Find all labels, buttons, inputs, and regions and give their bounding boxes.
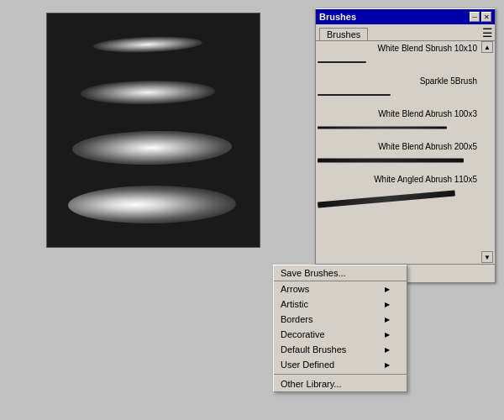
brush-preview-1 bbox=[318, 54, 480, 71]
menu-item-default-brushes[interactable]: Default Brushes ▶ bbox=[274, 342, 407, 357]
brush-preview-stroke-2 bbox=[81, 80, 215, 106]
panel-titlebar: Brushes ─ ✕ bbox=[316, 9, 495, 24]
brush-item-4[interactable]: White Blend Abrush 200x5 bbox=[318, 141, 480, 172]
close-button[interactable]: ✕ bbox=[481, 12, 491, 22]
menu-label-user-defined: User Defined bbox=[281, 360, 334, 370]
stroke-line-2 bbox=[318, 94, 391, 96]
brushes-panel: Brushes ─ ✕ Brushes ☰ ▲ White Blend Sbru… bbox=[315, 8, 496, 283]
brush-list[interactable]: White Blend Sbrush 10x10 Sparkle 5Brush … bbox=[316, 41, 495, 264]
menu-item-save[interactable]: Save Brushes... bbox=[274, 265, 407, 281]
menu-item-arrows[interactable]: Arrows ▶ bbox=[274, 281, 407, 297]
stroke-line-3 bbox=[318, 127, 447, 129]
brush-item-1[interactable]: White Blend Sbrush 10x10 bbox=[318, 43, 480, 74]
brush-preview-3 bbox=[318, 119, 480, 136]
brush-item-2[interactable]: Sparkle 5Brush bbox=[318, 76, 480, 107]
brush-name-2: Sparkle 5Brush bbox=[417, 76, 480, 87]
title-buttons: ─ ✕ bbox=[470, 12, 491, 22]
menu-label-other-library: Other Library... bbox=[281, 379, 342, 389]
brush-preview-stroke-1 bbox=[93, 35, 203, 55]
brush-canvas bbox=[46, 13, 260, 248]
menu-label-save: Save Brushes... bbox=[281, 268, 346, 278]
scroll-down-button[interactable]: ▼ bbox=[481, 251, 493, 263]
brush-preview-4 bbox=[318, 152, 480, 169]
menu-item-other-library[interactable]: Other Library... bbox=[274, 376, 407, 391]
brush-preview-2 bbox=[318, 87, 480, 103]
context-menu: Save Brushes... Arrows ▶ Artistic ▶ Bord… bbox=[273, 265, 407, 392]
menu-arrow-borders: ▶ bbox=[385, 316, 390, 323]
brush-name-5: White Angled Abrush 110x5 bbox=[371, 174, 480, 185]
brushes-tab[interactable]: Brushes bbox=[319, 28, 368, 40]
menu-item-decorative[interactable]: Decorative ▶ bbox=[274, 327, 407, 342]
brush-name-1: White Blend Sbrush 10x10 bbox=[375, 43, 480, 54]
minimize-button[interactable]: ─ bbox=[470, 12, 480, 22]
brush-item-5[interactable]: White Angled Abrush 110x5 bbox=[318, 174, 480, 212]
menu-arrow-user-defined: ▶ bbox=[385, 361, 390, 369]
menu-arrow-artistic: ▶ bbox=[385, 301, 390, 308]
stroke-line-4 bbox=[318, 159, 464, 163]
brush-name-3: White Blend Abrush 100x3 bbox=[375, 108, 480, 119]
menu-item-borders[interactable]: Borders ▶ bbox=[274, 312, 407, 327]
menu-label-default-brushes: Default Brushes bbox=[281, 344, 346, 354]
scroll-up-button[interactable]: ▲ bbox=[481, 41, 493, 53]
list-spacer bbox=[318, 213, 480, 264]
stroke-line-1 bbox=[318, 61, 366, 63]
menu-arrow-decorative: ▶ bbox=[385, 331, 390, 339]
stroke-line-5 bbox=[318, 190, 455, 207]
menu-arrow-arrows: ▶ bbox=[385, 286, 390, 293]
menu-item-artistic[interactable]: Artistic ▶ bbox=[274, 297, 407, 312]
menu-label-borders: Borders bbox=[281, 314, 313, 324]
brush-preview-stroke-3 bbox=[72, 129, 233, 165]
panel-title: Brushes bbox=[319, 12, 356, 22]
menu-separator bbox=[274, 374, 407, 375]
menu-arrow-default-brushes: ▶ bbox=[385, 346, 390, 354]
brush-preview-stroke-4 bbox=[68, 185, 236, 224]
menu-label-artistic: Artistic bbox=[281, 299, 308, 309]
panel-menu-button[interactable]: ☰ bbox=[480, 24, 495, 41]
menu-label-decorative: Decorative bbox=[281, 329, 325, 339]
brush-name-4: White Blend Abrush 200x5 bbox=[375, 141, 480, 152]
brush-preview-5 bbox=[318, 185, 480, 208]
brush-item-3[interactable]: White Blend Abrush 100x3 bbox=[318, 108, 480, 139]
menu-label-arrows: Arrows bbox=[281, 284, 309, 294]
menu-item-user-defined[interactable]: User Defined ▶ bbox=[274, 357, 407, 372]
